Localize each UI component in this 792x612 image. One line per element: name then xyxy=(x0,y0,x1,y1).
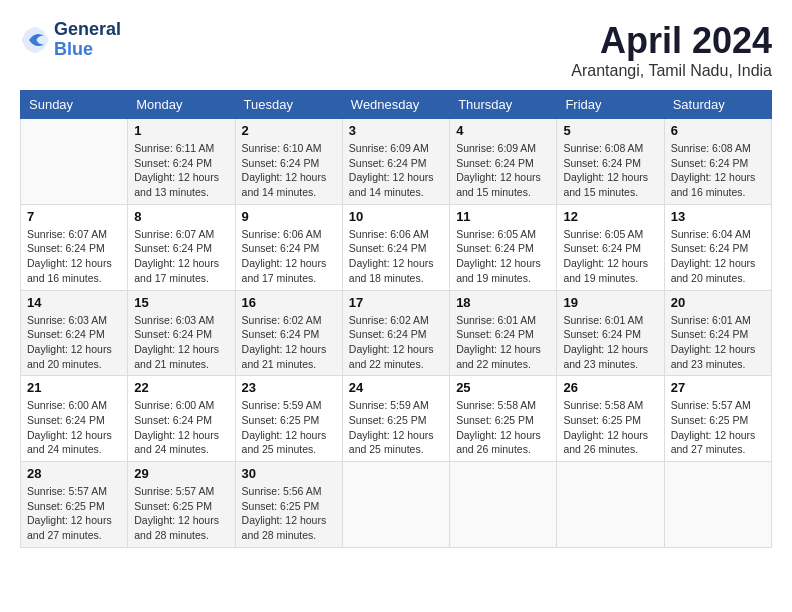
day-info: Sunrise: 6:03 AMSunset: 6:24 PMDaylight:… xyxy=(134,313,228,372)
calendar-cell xyxy=(664,462,771,548)
day-number: 3 xyxy=(349,123,443,138)
calendar-week-3: 14 Sunrise: 6:03 AMSunset: 6:24 PMDaylig… xyxy=(21,290,772,376)
calendar-cell: 24 Sunrise: 5:59 AMSunset: 6:25 PMDaylig… xyxy=(342,376,449,462)
day-info: Sunrise: 6:06 AMSunset: 6:24 PMDaylight:… xyxy=(242,227,336,286)
calendar-cell xyxy=(557,462,664,548)
calendar-cell: 3 Sunrise: 6:09 AMSunset: 6:24 PMDayligh… xyxy=(342,119,449,205)
calendar-cell: 6 Sunrise: 6:08 AMSunset: 6:24 PMDayligh… xyxy=(664,119,771,205)
calendar-week-2: 7 Sunrise: 6:07 AMSunset: 6:24 PMDayligh… xyxy=(21,204,772,290)
column-header-friday: Friday xyxy=(557,91,664,119)
logo-icon xyxy=(20,25,50,55)
day-info: Sunrise: 6:03 AMSunset: 6:24 PMDaylight:… xyxy=(27,313,121,372)
day-number: 11 xyxy=(456,209,550,224)
calendar-cell: 22 Sunrise: 6:00 AMSunset: 6:24 PMDaylig… xyxy=(128,376,235,462)
calendar-cell: 1 Sunrise: 6:11 AMSunset: 6:24 PMDayligh… xyxy=(128,119,235,205)
day-number: 29 xyxy=(134,466,228,481)
day-info: Sunrise: 6:01 AMSunset: 6:24 PMDaylight:… xyxy=(563,313,657,372)
day-number: 1 xyxy=(134,123,228,138)
day-info: Sunrise: 6:06 AMSunset: 6:24 PMDaylight:… xyxy=(349,227,443,286)
day-info: Sunrise: 6:09 AMSunset: 6:24 PMDaylight:… xyxy=(456,141,550,200)
day-number: 28 xyxy=(27,466,121,481)
calendar-cell: 30 Sunrise: 5:56 AMSunset: 6:25 PMDaylig… xyxy=(235,462,342,548)
day-info: Sunrise: 5:58 AMSunset: 6:25 PMDaylight:… xyxy=(456,398,550,457)
day-info: Sunrise: 6:07 AMSunset: 6:24 PMDaylight:… xyxy=(27,227,121,286)
day-number: 12 xyxy=(563,209,657,224)
day-info: Sunrise: 5:57 AMSunset: 6:25 PMDaylight:… xyxy=(27,484,121,543)
calendar-cell: 17 Sunrise: 6:02 AMSunset: 6:24 PMDaylig… xyxy=(342,290,449,376)
column-header-thursday: Thursday xyxy=(450,91,557,119)
day-number: 23 xyxy=(242,380,336,395)
day-info: Sunrise: 5:56 AMSunset: 6:25 PMDaylight:… xyxy=(242,484,336,543)
page-header: General Blue April 2024 Arantangi, Tamil… xyxy=(20,20,772,80)
title-block: April 2024 Arantangi, Tamil Nadu, India xyxy=(571,20,772,80)
logo-line1: General xyxy=(54,20,121,40)
column-header-wednesday: Wednesday xyxy=(342,91,449,119)
calendar-cell: 7 Sunrise: 6:07 AMSunset: 6:24 PMDayligh… xyxy=(21,204,128,290)
day-info: Sunrise: 5:57 AMSunset: 6:25 PMDaylight:… xyxy=(134,484,228,543)
day-info: Sunrise: 5:58 AMSunset: 6:25 PMDaylight:… xyxy=(563,398,657,457)
calendar-cell: 8 Sunrise: 6:07 AMSunset: 6:24 PMDayligh… xyxy=(128,204,235,290)
calendar-header-row: SundayMondayTuesdayWednesdayThursdayFrid… xyxy=(21,91,772,119)
day-number: 6 xyxy=(671,123,765,138)
column-header-monday: Monday xyxy=(128,91,235,119)
calendar-cell: 19 Sunrise: 6:01 AMSunset: 6:24 PMDaylig… xyxy=(557,290,664,376)
calendar-cell: 26 Sunrise: 5:58 AMSunset: 6:25 PMDaylig… xyxy=(557,376,664,462)
day-number: 26 xyxy=(563,380,657,395)
day-info: Sunrise: 6:01 AMSunset: 6:24 PMDaylight:… xyxy=(671,313,765,372)
day-info: Sunrise: 6:05 AMSunset: 6:24 PMDaylight:… xyxy=(563,227,657,286)
day-number: 13 xyxy=(671,209,765,224)
calendar-cell xyxy=(21,119,128,205)
day-number: 21 xyxy=(27,380,121,395)
day-info: Sunrise: 5:59 AMSunset: 6:25 PMDaylight:… xyxy=(349,398,443,457)
day-info: Sunrise: 6:10 AMSunset: 6:24 PMDaylight:… xyxy=(242,141,336,200)
calendar-cell: 10 Sunrise: 6:06 AMSunset: 6:24 PMDaylig… xyxy=(342,204,449,290)
calendar-cell: 13 Sunrise: 6:04 AMSunset: 6:24 PMDaylig… xyxy=(664,204,771,290)
calendar-cell: 25 Sunrise: 5:58 AMSunset: 6:25 PMDaylig… xyxy=(450,376,557,462)
day-info: Sunrise: 6:01 AMSunset: 6:24 PMDaylight:… xyxy=(456,313,550,372)
day-number: 24 xyxy=(349,380,443,395)
calendar-cell: 15 Sunrise: 6:03 AMSunset: 6:24 PMDaylig… xyxy=(128,290,235,376)
calendar-cell: 5 Sunrise: 6:08 AMSunset: 6:24 PMDayligh… xyxy=(557,119,664,205)
column-header-sunday: Sunday xyxy=(21,91,128,119)
calendar-cell: 27 Sunrise: 5:57 AMSunset: 6:25 PMDaylig… xyxy=(664,376,771,462)
day-info: Sunrise: 5:57 AMSunset: 6:25 PMDaylight:… xyxy=(671,398,765,457)
calendar-cell: 12 Sunrise: 6:05 AMSunset: 6:24 PMDaylig… xyxy=(557,204,664,290)
day-number: 5 xyxy=(563,123,657,138)
logo: General Blue xyxy=(20,20,121,60)
calendar-cell xyxy=(450,462,557,548)
day-number: 25 xyxy=(456,380,550,395)
calendar-cell: 11 Sunrise: 6:05 AMSunset: 6:24 PMDaylig… xyxy=(450,204,557,290)
day-number: 19 xyxy=(563,295,657,310)
day-number: 17 xyxy=(349,295,443,310)
day-number: 27 xyxy=(671,380,765,395)
logo-text: General Blue xyxy=(54,20,121,60)
calendar-cell: 29 Sunrise: 5:57 AMSunset: 6:25 PMDaylig… xyxy=(128,462,235,548)
day-number: 9 xyxy=(242,209,336,224)
day-number: 30 xyxy=(242,466,336,481)
day-number: 16 xyxy=(242,295,336,310)
calendar-cell xyxy=(342,462,449,548)
calendar-subtitle: Arantangi, Tamil Nadu, India xyxy=(571,62,772,80)
calendar-cell: 20 Sunrise: 6:01 AMSunset: 6:24 PMDaylig… xyxy=(664,290,771,376)
calendar-cell: 14 Sunrise: 6:03 AMSunset: 6:24 PMDaylig… xyxy=(21,290,128,376)
day-number: 18 xyxy=(456,295,550,310)
calendar-cell: 23 Sunrise: 5:59 AMSunset: 6:25 PMDaylig… xyxy=(235,376,342,462)
day-number: 10 xyxy=(349,209,443,224)
calendar-week-1: 1 Sunrise: 6:11 AMSunset: 6:24 PMDayligh… xyxy=(21,119,772,205)
day-info: Sunrise: 6:04 AMSunset: 6:24 PMDaylight:… xyxy=(671,227,765,286)
calendar-cell: 4 Sunrise: 6:09 AMSunset: 6:24 PMDayligh… xyxy=(450,119,557,205)
day-info: Sunrise: 6:00 AMSunset: 6:24 PMDaylight:… xyxy=(27,398,121,457)
day-number: 15 xyxy=(134,295,228,310)
day-info: Sunrise: 6:05 AMSunset: 6:24 PMDaylight:… xyxy=(456,227,550,286)
day-info: Sunrise: 6:02 AMSunset: 6:24 PMDaylight:… xyxy=(349,313,443,372)
day-number: 4 xyxy=(456,123,550,138)
calendar-title: April 2024 xyxy=(571,20,772,62)
calendar-cell: 16 Sunrise: 6:02 AMSunset: 6:24 PMDaylig… xyxy=(235,290,342,376)
day-number: 8 xyxy=(134,209,228,224)
calendar-week-5: 28 Sunrise: 5:57 AMSunset: 6:25 PMDaylig… xyxy=(21,462,772,548)
day-number: 22 xyxy=(134,380,228,395)
day-info: Sunrise: 6:08 AMSunset: 6:24 PMDaylight:… xyxy=(563,141,657,200)
day-number: 20 xyxy=(671,295,765,310)
day-number: 7 xyxy=(27,209,121,224)
day-info: Sunrise: 6:00 AMSunset: 6:24 PMDaylight:… xyxy=(134,398,228,457)
